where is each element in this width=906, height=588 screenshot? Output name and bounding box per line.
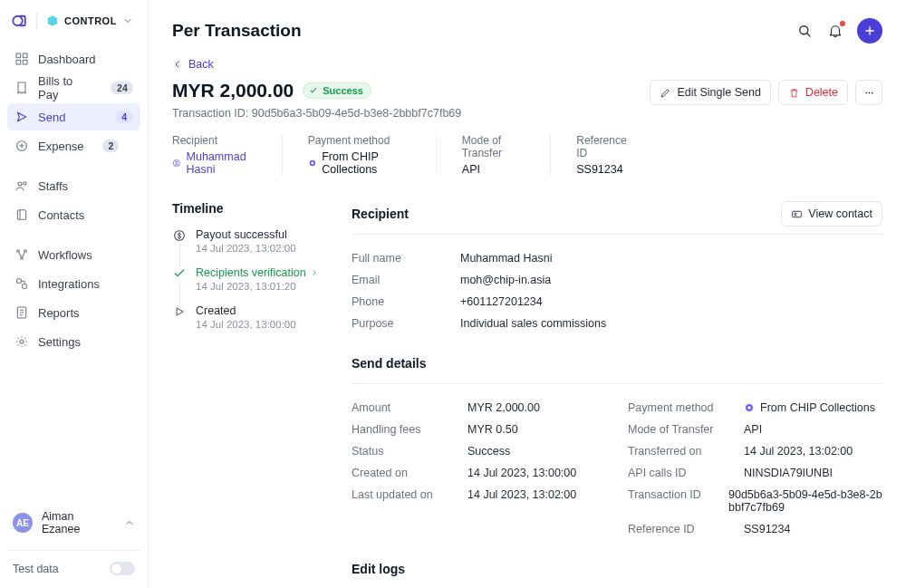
timeline-item-time: 14 Jul 2023, 13:02:00 [196,243,296,254]
kv-label: Reference ID [628,523,729,535]
create-button[interactable] [857,18,882,43]
brand-row: CONTROL [11,13,137,29]
sidebar: CONTROL Dashboard Bills to Pay 24 Send 4 [0,0,149,588]
trash-icon [788,87,800,99]
edit-logs-title: Edit logs [352,562,882,576]
timeline-item-title: Recipients verification [196,266,319,279]
details-column: Recipient View contact Full nameMuhammad… [352,201,882,588]
dollar-circle-icon [172,228,187,243]
timeline-item-title: Created [196,304,296,317]
meta-reference-id: SS91234 [576,163,628,176]
sidebar-item-expense[interactable]: Expense 2 [7,132,140,159]
plug-icon [14,276,29,291]
recipient-fullname: Muhammad Hasni [460,252,552,265]
sidebar-item-label: Expense [38,140,84,153]
sidebar-badge: 4 [115,111,133,123]
chevron-down-icon [122,15,133,26]
meta-label: Recipient [172,134,260,147]
timeline-item[interactable]: Recipients verification 14 Jul 2023, 13:… [172,266,335,304]
sidebar-item-bills[interactable]: Bills to Pay 24 [7,74,140,101]
sd-txid: 90d5b6a3-5b09-4e5d-b3e8-2bbbf7c7fb69 [728,488,882,514]
view-contact-label: View contact [808,207,872,220]
edit-send-button[interactable]: Edit Single Send [650,80,770,105]
send-icon [14,110,29,124]
workspace-switcher[interactable]: CONTROL [46,14,133,27]
brand-separator [36,13,37,29]
recipient-panel: Recipient View contact Full nameMuhammad… [352,201,882,334]
back-link[interactable]: Back [172,58,882,71]
sidebar-item-dashboard[interactable]: Dashboard [7,45,140,72]
svg-point-7 [24,182,26,185]
testdata-toggle[interactable] [110,562,135,575]
status-chip: Success [303,82,371,99]
view-contact-button[interactable]: View contact [781,201,882,227]
svg-point-16 [800,26,808,34]
meta-label: Reference ID [576,134,628,159]
book-icon [14,207,29,222]
id-card-icon [791,208,803,220]
search-icon [796,23,813,39]
sidebar-item-reports[interactable]: Reports [7,299,140,326]
search-button[interactable] [795,22,814,40]
users-icon [14,178,29,193]
kv-label: Amount [352,401,453,414]
sd-api-id: NINSDIA79IUNBI [744,467,833,479]
hexagon-icon [46,14,59,27]
sd-ref: SS91234 [744,523,790,535]
kv-label: Purpose [352,317,446,330]
transaction-id-row: Transaction ID: 90d5b6a3-5b09-4e5d-b3e8-… [172,107,650,120]
check-icon [309,86,318,95]
kv-label: Full name [352,252,446,265]
sidebar-item-send[interactable]: Send 4 [7,103,140,130]
sidebar-item-staffs[interactable]: Staffs [7,172,140,199]
kv-label: Phone [352,295,446,308]
sd-status: Success [467,445,510,458]
svg-rect-25 [793,211,802,217]
svg-point-22 [868,92,870,93]
sidebar-badge: 24 [111,82,133,94]
arrow-left-icon [172,59,183,70]
svg-point-11 [21,257,24,260]
notification-dot [840,21,845,26]
timeline-item-time: 14 Jul 2023, 13:00:00 [196,319,296,330]
divider [7,550,140,551]
more-actions-button[interactable] [855,80,882,105]
kv-label: Payment method [628,401,729,414]
brand-logo-icon [11,13,27,29]
sd-created: 14 Jul 2023, 13:00:00 [467,467,576,479]
report-icon [14,305,29,320]
sidebar-item-workflows[interactable]: Workflows [7,241,140,268]
delete-button[interactable]: Delete [778,80,848,105]
svg-rect-13 [23,284,27,289]
timeline-title: Timeline [172,201,335,216]
nav: Dashboard Bills to Pay 24 Send 4 Expense… [7,45,140,355]
play-icon [172,304,187,319]
svg-rect-3 [16,60,21,64]
back-label: Back [188,58,214,71]
sd-method: From CHIP Collections [744,401,875,414]
notifications-button[interactable] [826,22,844,40]
sidebar-item-label: Settings [38,335,81,349]
sd-transfer: API [744,423,762,436]
timeline-item-time: 14 Jul 2023, 13:01:20 [196,281,319,292]
sd-updated: 14 Jul 2023, 13:02:00 [467,488,576,501]
user-name: Aiman Ezanee [42,510,115,535]
kv-label: API calls ID [628,467,729,479]
workspace-label: CONTROL [64,15,117,26]
user-circle-icon [172,158,181,169]
sidebar-item-settings[interactable]: Settings [7,328,140,355]
svg-point-21 [865,92,867,93]
svg-point-26 [795,212,796,214]
svg-point-20 [311,162,313,165]
meta-payment-method: From CHIP Collections [308,150,414,176]
sidebar-item-contacts[interactable]: Contacts [7,201,140,228]
source-dot-icon [308,158,317,169]
sidebar-item-label: Integrations [38,277,100,291]
sidebar-item-label: Reports [38,306,80,320]
user-menu[interactable]: AE Aiman Ezanee [7,505,140,541]
kv-label: Email [352,274,446,286]
meta-recipient-link[interactable]: Muhammad Hasni [172,150,260,176]
page-title: Per Transaction [172,21,302,41]
sidebar-item-integrations[interactable]: Integrations [7,270,140,297]
plus-icon [863,24,876,37]
